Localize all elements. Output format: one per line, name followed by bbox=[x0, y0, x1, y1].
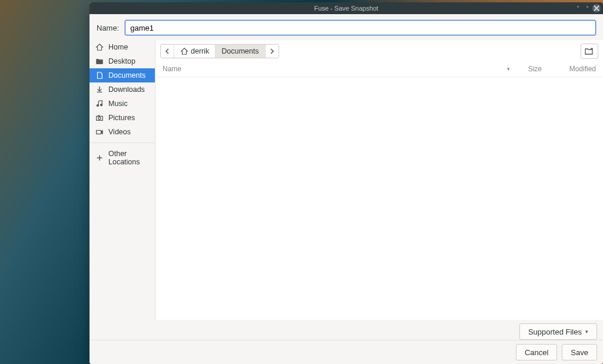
svg-rect-6 bbox=[98, 115, 100, 117]
svg-point-5 bbox=[98, 117, 101, 120]
home-icon bbox=[95, 43, 104, 51]
file-browser: derrik Documents Name ▾ Size bbox=[155, 40, 603, 320]
minimize-button[interactable]: ˅ bbox=[574, 4, 582, 12]
camera-icon bbox=[95, 114, 104, 122]
window-controls: ˅ ˄ bbox=[574, 2, 601, 14]
plus-icon bbox=[95, 154, 104, 162]
column-modified[interactable]: Modified bbox=[549, 65, 596, 73]
filename-input[interactable] bbox=[125, 20, 596, 35]
save-button[interactable]: Save bbox=[562, 344, 597, 360]
filetype-filter-label: Supported Files bbox=[528, 327, 582, 336]
titlebar: Fuse - Save Snapshot ˅ ˄ bbox=[90, 2, 603, 14]
sidebar-item-label: Music bbox=[108, 100, 128, 108]
sidebar-separator bbox=[90, 143, 155, 143]
sidebar-item-label: Desktop bbox=[108, 57, 135, 65]
home-icon bbox=[180, 47, 188, 55]
svg-rect-7 bbox=[97, 130, 101, 134]
sidebar-item-videos[interactable]: Videos bbox=[90, 125, 155, 139]
window-title: Fuse - Save Snapshot bbox=[314, 5, 379, 12]
sidebar-item-label: Videos bbox=[108, 128, 131, 136]
places-sidebar: Home Desktop Documents Downloads bbox=[90, 40, 155, 320]
sidebar-item-home[interactable]: Home bbox=[90, 40, 155, 54]
chevron-down-icon: ▾ bbox=[585, 329, 588, 335]
breadcrumb-back[interactable] bbox=[161, 45, 174, 58]
file-list-empty[interactable] bbox=[155, 77, 603, 320]
sidebar-item-other-locations[interactable]: Other Locations bbox=[90, 147, 155, 169]
sidebar-item-downloads[interactable]: Downloads bbox=[90, 82, 155, 97]
breadcrumb-current[interactable]: Documents bbox=[216, 45, 265, 58]
filter-row: Supported Files ▾ bbox=[90, 320, 603, 340]
folder-icon bbox=[95, 57, 104, 65]
sidebar-item-label: Home bbox=[108, 43, 128, 51]
column-name[interactable]: Name bbox=[163, 65, 504, 73]
dialog-actions: Cancel Save bbox=[90, 340, 603, 364]
sidebar-item-label: Documents bbox=[108, 71, 145, 80]
sidebar-item-music[interactable]: Music bbox=[90, 97, 155, 111]
svg-point-2 bbox=[97, 104, 99, 107]
breadcrumb: derrik Documents bbox=[160, 44, 279, 58]
new-folder-button[interactable] bbox=[581, 44, 598, 59]
breadcrumb-home-label: derrik bbox=[191, 47, 209, 55]
path-toolbar: derrik Documents bbox=[155, 40, 603, 62]
sidebar-item-desktop[interactable]: Desktop bbox=[90, 54, 155, 68]
file-list-header[interactable]: Name ▾ Size Modified bbox=[155, 62, 603, 77]
breadcrumb-current-label: Documents bbox=[221, 47, 259, 55]
close-button[interactable] bbox=[592, 4, 601, 12]
breadcrumb-forward[interactable] bbox=[266, 45, 279, 58]
filename-label: Name: bbox=[97, 24, 119, 32]
cancel-button[interactable]: Cancel bbox=[516, 344, 557, 360]
sort-indicator-icon: ▾ bbox=[504, 66, 512, 72]
column-size[interactable]: Size bbox=[512, 65, 542, 73]
file-chooser: Home Desktop Documents Downloads bbox=[90, 40, 603, 320]
music-icon bbox=[95, 100, 104, 108]
sidebar-item-label: Downloads bbox=[108, 85, 145, 94]
maximize-button[interactable]: ˄ bbox=[583, 4, 591, 12]
filename-row: Name: bbox=[90, 14, 603, 40]
filetype-filter[interactable]: Supported Files ▾ bbox=[519, 323, 597, 340]
document-icon bbox=[95, 71, 104, 80]
breadcrumb-home[interactable]: derrik bbox=[174, 45, 216, 58]
svg-point-3 bbox=[100, 104, 102, 106]
download-icon bbox=[95, 85, 104, 94]
sidebar-item-label: Other Locations bbox=[108, 150, 149, 166]
sidebar-item-documents[interactable]: Documents bbox=[90, 68, 155, 82]
sidebar-item-pictures[interactable]: Pictures bbox=[90, 111, 155, 125]
save-file-dialog: Fuse - Save Snapshot ˅ ˄ Name: Home bbox=[90, 2, 603, 364]
video-icon bbox=[95, 128, 104, 136]
sidebar-item-label: Pictures bbox=[108, 114, 135, 122]
